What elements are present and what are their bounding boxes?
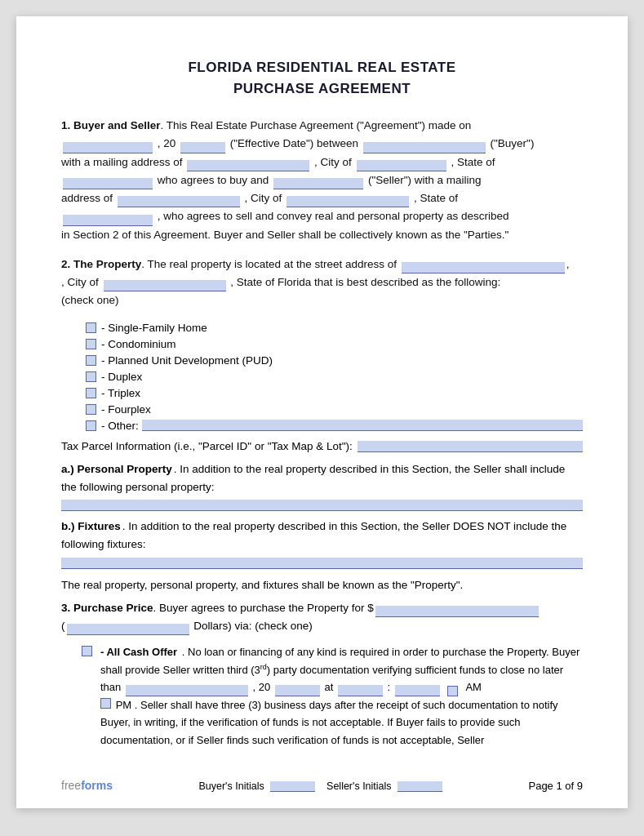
tax-parcel-field[interactable] xyxy=(358,441,583,452)
buyer-city-field[interactable] xyxy=(357,160,446,171)
check-item-duplex: - Duplex xyxy=(86,371,583,383)
label-duplex: - Duplex xyxy=(101,371,142,383)
other-type-field[interactable] xyxy=(142,420,583,431)
cash-offer-body6: . Seller shall have three (3) business d… xyxy=(100,699,558,746)
check-item-other: - Other: xyxy=(86,420,583,432)
brand-forms: forms xyxy=(81,779,113,792)
check-item-condo: - Condominium xyxy=(86,338,583,350)
page-number: Page 1 of 9 xyxy=(528,780,583,792)
initials-section: Buyer's Initials Seller's Initials xyxy=(198,780,442,792)
section3-text1: . Buyer agrees to purchase the Property … xyxy=(153,602,374,614)
buyer-name-field[interactable] xyxy=(363,142,486,153)
sub-b-label: b.) Fixtures xyxy=(61,520,121,532)
section1-text9: ("Seller") with a mailing xyxy=(368,174,482,186)
checkbox-single-family[interactable] xyxy=(86,322,96,333)
purchase-price-words-field[interactable] xyxy=(67,624,189,635)
seller-state-field[interactable] xyxy=(63,215,153,226)
check-item-single-family: - Single-Family Home xyxy=(86,322,583,334)
section1-text14: in Section 2 of this Agreement. Buyer an… xyxy=(61,229,509,241)
cash-offer-body5: : xyxy=(388,681,391,693)
section1-text11: , City of xyxy=(245,192,282,204)
seller-initials-label: Seller's Initials xyxy=(326,780,392,792)
tax-parcel-row: Tax Parcel Information (i.e., "Parcel ID… xyxy=(61,440,583,452)
am-label: AM xyxy=(465,681,482,693)
section1-text12: , State of xyxy=(414,192,458,204)
seller-city-field[interactable] xyxy=(286,196,409,207)
section1-text4: ("Buyer") xyxy=(491,137,535,149)
section1-text1: . This Real Estate Purchase Agreement ("… xyxy=(161,119,472,131)
sub-b-text: . In addition to the real property descr… xyxy=(61,520,566,550)
section2-text2: , City of xyxy=(61,276,99,288)
checkbox-condo[interactable] xyxy=(86,339,96,349)
seller-name-field[interactable] xyxy=(273,178,363,189)
buyer-address-field[interactable] xyxy=(187,160,309,171)
section2-title: 2. The Property xyxy=(61,258,141,270)
checkbox-fourplex[interactable] xyxy=(86,404,96,415)
checkbox-triplex[interactable] xyxy=(86,388,96,398)
check-item-triplex: - Triplex xyxy=(86,387,583,399)
cash-offer-text: - All Cash Offer . No loan or financing … xyxy=(100,643,583,749)
cash-offer-body4: at xyxy=(325,681,334,693)
document-page: FLORIDA RESIDENTIAL REAL ESTATE PURCHASE… xyxy=(16,16,628,808)
section1-text3: ("Effective Date") between xyxy=(230,137,358,149)
pm-label: PM xyxy=(116,699,132,711)
section-3: 3. Purchase Price. Buyer agrees to purch… xyxy=(61,599,583,636)
cash-offer-row: - All Cash Offer . No loan or financing … xyxy=(82,643,583,749)
checkbox-pud[interactable] xyxy=(86,355,96,366)
label-triplex: - Triplex xyxy=(101,387,140,399)
section-2: 2. The Property. The real property is lo… xyxy=(61,256,583,310)
label-single-family: - Single-Family Home xyxy=(101,322,207,334)
checkbox-cash-offer[interactable] xyxy=(82,646,92,656)
section1-text7: , State of xyxy=(451,156,495,168)
buyer-state-field[interactable] xyxy=(63,178,153,189)
page-footer: freeforms Buyer's Initials Seller's Init… xyxy=(16,779,628,792)
buyer-initials-field[interactable] xyxy=(270,781,315,792)
section3-text2: Dollars) via: (check one) xyxy=(193,620,313,632)
checkbox-duplex[interactable] xyxy=(86,371,96,382)
property-city-field[interactable] xyxy=(104,280,226,291)
section2-text3: , State of Florida that is best describe… xyxy=(230,276,500,288)
section2-intro: . The real property is located at the st… xyxy=(141,258,397,270)
purchase-price-field[interactable] xyxy=(375,606,539,617)
checkbox-pm[interactable] xyxy=(100,698,111,709)
tax-label: Tax Parcel Information (i.e., "Parcel ID… xyxy=(61,440,353,452)
brand-free: free xyxy=(61,779,81,792)
effective-date-field[interactable] xyxy=(63,142,153,153)
cash-offer-label: - All Cash Offer xyxy=(100,646,177,658)
seller-initials-field[interactable] xyxy=(398,781,442,792)
property-type-list: - Single-Family Home - Condominium - Pla… xyxy=(86,322,583,432)
section1-text10: address of xyxy=(61,192,113,204)
document-title: FLORIDA RESIDENTIAL REAL ESTATE PURCHASE… xyxy=(61,57,583,99)
check-item-pud: - Planned Unit Development (PUD) xyxy=(86,354,583,367)
seller-address-field[interactable] xyxy=(118,196,240,207)
sub-section-b: b.) Fixtures. In addition to the real pr… xyxy=(61,518,583,569)
cash-offer-section: - All Cash Offer . No loan or financing … xyxy=(82,643,583,749)
checkbox-other[interactable] xyxy=(86,420,96,431)
brand-logo: freeforms xyxy=(61,779,113,792)
close-minute-field[interactable] xyxy=(395,685,440,696)
section1-text2: , 20 xyxy=(158,137,176,149)
label-other: - Other: xyxy=(101,420,139,432)
close-hour-field[interactable] xyxy=(338,685,383,696)
buyer-initials-label: Buyer's Initials xyxy=(198,780,264,792)
checkbox-am[interactable] xyxy=(447,686,458,696)
section1-text6: , City of xyxy=(314,156,352,168)
label-condo: - Condominium xyxy=(101,338,176,350)
personal-property-field[interactable] xyxy=(61,500,583,511)
property-summary: The real property, personal property, an… xyxy=(61,579,583,591)
year-field[interactable] xyxy=(180,142,225,153)
label-fourplex: - Fourplex xyxy=(101,403,151,416)
sub-a-label: a.) Personal Property xyxy=(61,463,172,475)
sub-section-a: a.) Personal Property. In addition to th… xyxy=(61,460,583,512)
section1-text8: who agrees to buy and xyxy=(158,174,269,186)
section1-text5: with a mailing address of xyxy=(61,156,183,168)
section-1: 1. Buyer and Seller. This Real Estate Pu… xyxy=(61,117,583,244)
cash-offer-body3: , 20 xyxy=(253,681,271,693)
property-address-field[interactable] xyxy=(402,262,565,273)
close-date-field[interactable] xyxy=(126,685,248,696)
label-pud: - Planned Unit Development (PUD) xyxy=(101,354,273,367)
superscript-rd: rd xyxy=(260,663,267,671)
close-year-field[interactable] xyxy=(275,685,320,696)
fixtures-field[interactable] xyxy=(61,558,583,569)
section1-text13: , who agrees to sell and convey real and… xyxy=(158,210,509,222)
